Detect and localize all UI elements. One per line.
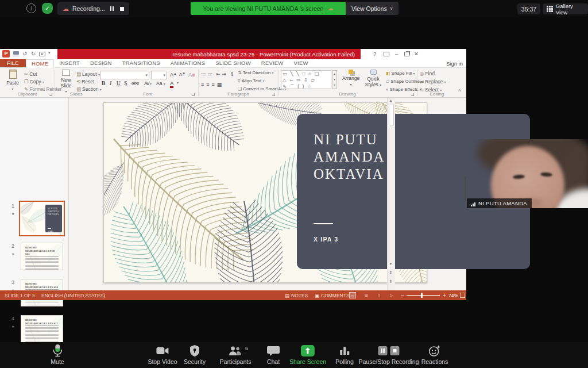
italic-button[interactable]: I bbox=[110, 80, 111, 86]
zoom-percent[interactable]: 74% bbox=[448, 293, 458, 298]
collapse-ribbon-button[interactable]: ^ bbox=[458, 89, 461, 94]
tab-design[interactable]: DESIGN bbox=[85, 59, 117, 67]
list-buttons[interactable]: ≔≕ ⇤⇥ ⇕ bbox=[201, 71, 235, 77]
next-slide-button[interactable]: ⇟ bbox=[389, 279, 393, 284]
font-color-dropdown[interactable]: ▾ bbox=[177, 80, 179, 85]
tab-transitions[interactable]: TRANSITIONS bbox=[117, 59, 165, 67]
align-text-button[interactable]: ≡Align Text ▾ bbox=[238, 78, 264, 83]
reactions-smiley-icon bbox=[428, 344, 442, 358]
tab-review[interactable]: REVIEW bbox=[256, 59, 289, 67]
shape-fill-button[interactable]: ◧Shape Fill ▾ bbox=[386, 71, 415, 76]
start-slideshow-icon[interactable] bbox=[39, 52, 45, 56]
convert-smartart-button[interactable]: ❏Convert to SmartArt ▾ bbox=[238, 86, 287, 91]
font-color-button[interactable]: A bbox=[170, 80, 173, 88]
normal-view-button[interactable]: ▭ bbox=[349, 292, 356, 298]
slide-thumbnail-2[interactable]: RESUME MAHABHARATA EPSD 023 bbox=[21, 243, 63, 270]
new-slide-button[interactable]: New Slide ▾ bbox=[56, 70, 76, 94]
tab-home[interactable]: HOME bbox=[26, 59, 54, 68]
participants-button[interactable]: 6 Participants bbox=[220, 344, 252, 365]
strikethrough-button[interactable]: abc bbox=[131, 80, 139, 86]
character-spacing-button[interactable]: AV ▾ bbox=[144, 80, 151, 86]
underline-button[interactable]: U bbox=[117, 80, 121, 86]
font-size-combo[interactable]: ▾ bbox=[151, 71, 167, 79]
align-buttons[interactable]: ≡≡≡▦ bbox=[201, 82, 224, 87]
cut-button[interactable]: ✂Cut bbox=[24, 71, 37, 77]
mute-button[interactable]: Mute bbox=[51, 344, 64, 365]
comments-button[interactable]: ▣COMMENTS bbox=[315, 293, 350, 298]
slideshow-view-button[interactable]: ▷ bbox=[388, 292, 395, 298]
participants-count: 6 bbox=[245, 346, 248, 351]
zoom-slider-track[interactable] bbox=[407, 295, 440, 296]
polling-button[interactable]: Polling bbox=[335, 344, 354, 365]
reading-view-button[interactable]: ▯ bbox=[376, 292, 382, 298]
tab-animations[interactable]: ANIMATIONS bbox=[165, 59, 210, 67]
fit-to-window-button[interactable] bbox=[460, 293, 465, 298]
zoom-slider-thumb[interactable] bbox=[421, 293, 423, 298]
arrange-button[interactable]: Arrange ▾ bbox=[340, 70, 362, 87]
text-shadow-button[interactable]: S bbox=[124, 80, 127, 86]
drawing-dialog-launcher[interactable] bbox=[411, 93, 414, 96]
previous-slide-button[interactable]: ⇞ bbox=[389, 270, 393, 275]
grow-font-button[interactable]: A▲ bbox=[170, 72, 177, 78]
pause-stop-recording-button[interactable]: Pause/Stop Recording bbox=[358, 344, 419, 365]
paragraph-dialog-launcher[interactable] bbox=[272, 93, 275, 96]
close-icon[interactable]: ✕ bbox=[414, 51, 419, 57]
slide-thumbnail-1[interactable]: NI PUTU AMANDA OKTAVIA X IPA 3 bbox=[19, 201, 65, 236]
text-direction-button[interactable]: ⇅Text Direction ▾ bbox=[238, 70, 273, 75]
restore-icon[interactable] bbox=[404, 52, 409, 56]
shapes-gallery[interactable]: ▭ ╲ ╲ □ ○ ▢ △ ⌙ ⇨ ⇩ ▱ ∿ ⌒ ( ) ☆ bbox=[281, 70, 331, 89]
stop-video-button[interactable]: Stop Video bbox=[148, 344, 177, 365]
bold-button[interactable]: B bbox=[102, 80, 105, 86]
paste-button[interactable]: Paste ▾ bbox=[3, 70, 22, 91]
copy-button[interactable]: ❐Copy ▾ bbox=[24, 79, 44, 85]
minimize-icon[interactable]: – bbox=[395, 51, 398, 57]
tab-slideshow[interactable]: SLIDE SHOW bbox=[210, 59, 256, 67]
slide-thumbnail-4[interactable]: RESUME MAHABHARATA EPS 025 bbox=[21, 315, 63, 343]
pause-recording-button[interactable] bbox=[110, 6, 114, 11]
zoom-in-button[interactable]: + bbox=[443, 292, 446, 298]
clipboard-dialog-launcher[interactable] bbox=[49, 93, 52, 96]
security-button[interactable]: Security bbox=[184, 344, 206, 365]
save-icon[interactable] bbox=[13, 51, 19, 57]
tab-file[interactable]: FILE bbox=[0, 59, 26, 67]
vertical-scrollbar[interactable]: ▲ ▼ ⇞ ⇟ bbox=[387, 98, 395, 290]
change-case-button[interactable]: Aa ▾ bbox=[156, 80, 165, 86]
undo-icon[interactable]: ↺ bbox=[22, 51, 27, 57]
ribbon-options-icon[interactable] bbox=[384, 52, 389, 56]
find-button[interactable]: ◎Find bbox=[420, 71, 435, 76]
stop-recording-button[interactable] bbox=[120, 5, 124, 12]
help-icon[interactable]: ? bbox=[373, 51, 376, 57]
tab-insert[interactable]: INSERT bbox=[54, 59, 85, 67]
shrink-font-button[interactable]: A▼ bbox=[179, 72, 185, 77]
participant-video-tile[interactable]: NI PUTU AMANDA bbox=[467, 139, 588, 208]
reset-button[interactable]: ⟲Reset bbox=[76, 79, 94, 85]
share-screen-button[interactable]: Share Screen bbox=[289, 344, 326, 365]
quick-styles-button[interactable]: Quick Styles ▾ bbox=[363, 70, 384, 87]
scrollbar-thumb[interactable] bbox=[389, 105, 394, 125]
zoom-out-button[interactable]: − bbox=[401, 292, 404, 298]
tab-view[interactable]: VIEW bbox=[289, 59, 314, 67]
font-name-combo[interactable]: ▾ bbox=[100, 71, 149, 79]
meeting-info-icon[interactable]: i bbox=[26, 3, 36, 13]
gallery-view-button[interactable]: Gallery View bbox=[543, 3, 588, 14]
replace-button[interactable]: ⇄Replace ▾ bbox=[420, 79, 446, 85]
scroll-up-icon[interactable]: ▲ bbox=[389, 98, 393, 102]
chat-button[interactable]: Chat bbox=[266, 344, 280, 365]
clear-formatting-button[interactable]: A bbox=[188, 72, 195, 78]
font-dialog-launcher[interactable] bbox=[192, 93, 195, 96]
scroll-down-icon[interactable]: ▼ bbox=[389, 262, 393, 266]
slide-sorter-view-button[interactable]: ⊞ bbox=[363, 292, 370, 298]
current-slide[interactable]: NI PUTU AMANDA OKTAVIA X IPA 3 bbox=[103, 102, 427, 283]
qat-customize-icon[interactable]: ▾ bbox=[48, 51, 51, 55]
language-indicator[interactable]: ENGLISH (UNITED STATES) bbox=[41, 293, 105, 298]
redo-icon[interactable]: ↻ bbox=[31, 51, 36, 57]
shapes-scroll[interactable]: ▴▾⊽ bbox=[332, 70, 337, 89]
encryption-shield-icon[interactable]: ✓ bbox=[42, 3, 53, 14]
panel-resize-handle[interactable] bbox=[465, 176, 466, 201]
layout-button[interactable]: ▤Layout ▾ bbox=[76, 71, 100, 77]
sign-in-link[interactable]: Sign in bbox=[446, 60, 463, 67]
reactions-button[interactable]: Reactions bbox=[421, 344, 448, 365]
view-options-button[interactable]: View Options ∨ bbox=[346, 2, 399, 15]
notes-button[interactable]: ▤NOTES bbox=[285, 293, 308, 298]
window-title: resume mahabharata spsd 23-25 - PowerPoi… bbox=[57, 49, 361, 59]
